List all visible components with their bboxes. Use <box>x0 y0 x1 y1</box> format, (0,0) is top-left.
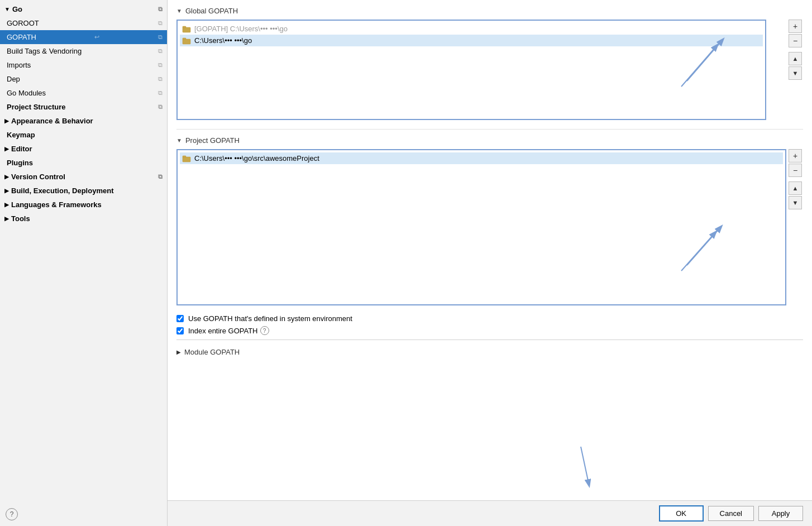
build-tags-copy-icon: ⧉ <box>158 47 163 55</box>
use-gopath-label: Use GOPATH that's defined in system envi… <box>188 314 352 323</box>
version-control-copy-icon: ⧉ <box>158 173 163 180</box>
index-gopath-label: Index entire GOPATH <box>188 327 258 335</box>
gopath-copy-icon: ↩ <box>94 34 99 41</box>
ok-button[interactable]: OK <box>659 505 704 522</box>
global-gopath-row-2[interactable]: C:\Users\••• •••\go <box>180 35 763 46</box>
cancel-button[interactable]: Cancel <box>708 506 754 521</box>
project-gopath-list[interactable]: C:\Users\••• •••\go\src\awesomeProject <box>176 149 786 305</box>
sidebar-item-appearance[interactable]: ▶ Appearance & Behavior <box>0 114 167 128</box>
sidebar-item-project-structure[interactable]: Project Structure ⧉ <box>0 100 167 114</box>
project-gopath-header: ▼ Project GOPATH <box>176 136 803 145</box>
sidebar-item-editor-label: Editor <box>11 145 32 153</box>
gopath-copy-icon2: ⧉ <box>158 34 163 41</box>
global-gopath-entry-1-text: [GOPATH] C:\Users\••• •••\go <box>194 25 288 33</box>
version-control-arrow-icon: ▶ <box>4 174 9 180</box>
sidebar-item-go-modules-label: Go Modules <box>7 89 46 97</box>
module-gopath-section[interactable]: ▶ Module GOPATH <box>176 345 803 360</box>
sidebar-item-tools-label: Tools <box>11 214 30 223</box>
folder-icon-1 <box>182 25 191 33</box>
sidebar-item-version-control[interactable]: ▶ Version Control ⧉ <box>0 170 167 184</box>
main-scroll-area: ▼ Global GOPATH <box>168 0 812 500</box>
project-gopath-title: Project GOPATH <box>185 136 240 145</box>
project-gopath-section: ▼ Project GOPATH <box>176 136 803 305</box>
project-remove-button[interactable]: − <box>789 164 802 177</box>
svg-rect-5 <box>183 156 186 157</box>
sidebar-item-tools[interactable]: ▶ Tools <box>0 212 167 226</box>
sidebar-item-goroot[interactable]: GOROOT ⧉ <box>0 16 167 30</box>
module-gopath-title: Module GOPATH <box>184 348 240 356</box>
sidebar-item-languages[interactable]: ▶ Languages & Frameworks <box>0 198 167 212</box>
project-structure-copy-icon: ⧉ <box>158 103 163 111</box>
tools-arrow-icon: ▶ <box>4 216 9 222</box>
imports-copy-icon: ⧉ <box>158 61 163 69</box>
global-add-button[interactable]: + <box>789 20 802 33</box>
sidebar-item-project-structure-label: Project Structure <box>7 103 65 111</box>
sidebar-item-build-tags-label: Build Tags & Vendoring <box>7 47 82 55</box>
use-gopath-checkbox[interactable] <box>176 315 184 322</box>
svg-rect-4 <box>183 157 190 162</box>
sidebar-item-go-label: Go <box>12 5 22 13</box>
go-copy-icon: ⧉ <box>158 6 163 13</box>
module-divider <box>176 339 803 340</box>
module-gopath-expand-icon: ▶ <box>176 349 181 355</box>
sidebar-item-goroot-label: GOROOT <box>7 19 39 27</box>
sidebar-item-gopath-label: GOPATH <box>7 33 36 41</box>
folder-icon-3 <box>182 155 191 162</box>
build-execution-arrow-icon: ▶ <box>4 188 9 194</box>
global-move-up-button[interactable]: ▲ <box>789 52 802 65</box>
languages-arrow-icon: ▶ <box>4 202 9 208</box>
go-modules-copy-icon: ⧉ <box>158 89 163 97</box>
project-move-up-button[interactable]: ▲ <box>789 181 802 195</box>
appearance-arrow-icon: ▶ <box>4 118 9 124</box>
go-arrow-icon: ▼ <box>4 6 10 12</box>
main-panel: ▼ Global GOPATH <box>168 0 812 526</box>
global-gopath-list[interactable]: [GOPATH] C:\Users\••• •••\go <box>176 20 766 120</box>
sidebar-item-languages-label: Languages & Frameworks <box>11 200 102 209</box>
sidebar-item-build-execution-label: Build, Execution, Deployment <box>11 187 113 195</box>
folder-icon-2 <box>182 37 191 45</box>
sidebar-item-imports-label: Imports <box>7 61 31 69</box>
global-move-down-button[interactable]: ▼ <box>789 66 802 80</box>
sidebar-item-dep[interactable]: Dep ⧉ <box>0 72 167 86</box>
svg-rect-3 <box>183 38 186 40</box>
sidebar-item-keymap[interactable]: Keymap <box>0 128 167 142</box>
sidebar-item-editor[interactable]: ▶ Editor <box>0 142 167 156</box>
dep-copy-icon: ⧉ <box>158 75 163 83</box>
sidebar-item-build-execution[interactable]: ▶ Build, Execution, Deployment <box>0 184 167 198</box>
project-gopath-collapse-icon[interactable]: ▼ <box>176 137 182 144</box>
index-gopath-row: Index entire GOPATH ? <box>176 326 803 335</box>
sidebar-item-build-tags[interactable]: Build Tags & Vendoring ⧉ <box>0 44 167 58</box>
sidebar-item-version-control-label: Version Control <box>11 173 65 181</box>
apply-button[interactable]: Apply <box>758 506 803 521</box>
project-gopath-entry-1-text: C:\Users\••• •••\go\src\awesomeProject <box>194 154 319 162</box>
svg-rect-0 <box>183 27 190 32</box>
global-remove-button[interactable]: − <box>789 34 802 47</box>
index-gopath-checkbox[interactable] <box>176 327 184 334</box>
project-gopath-row-1[interactable]: C:\Users\••• •••\go\src\awesomeProject <box>180 152 783 164</box>
sidebar-item-dep-label: Dep <box>7 75 20 83</box>
settings-sidebar: ▼ Go ⧉ GOROOT ⧉ GOPATH ↩ ⧉ Build Tags & … <box>0 0 168 526</box>
global-gopath-section: ▼ Global GOPATH <box>176 7 803 120</box>
sidebar-item-go[interactable]: ▼ Go ⧉ <box>0 2 167 16</box>
help-button[interactable]: ? <box>6 508 18 520</box>
sidebar-item-keymap-label: Keymap <box>7 131 35 139</box>
dialog-footer: OK Cancel Apply <box>168 500 812 526</box>
global-gopath-collapse-icon[interactable]: ▼ <box>176 8 182 14</box>
project-move-down-button[interactable]: ▼ <box>789 196 802 209</box>
sidebar-item-go-modules[interactable]: Go Modules ⧉ <box>0 86 167 100</box>
use-gopath-row: Use GOPATH that's defined in system envi… <box>176 314 803 323</box>
svg-rect-2 <box>183 39 190 44</box>
sidebar-item-gopath[interactable]: GOPATH ↩ ⧉ <box>0 30 167 44</box>
svg-rect-1 <box>183 26 186 28</box>
sidebar-item-imports[interactable]: Imports ⧉ <box>0 58 167 72</box>
project-add-button[interactable]: + <box>789 149 802 162</box>
sidebar-item-plugins[interactable]: Plugins <box>0 156 167 170</box>
global-gopath-header: ▼ Global GOPATH <box>176 7 803 15</box>
editor-arrow-icon: ▶ <box>4 146 9 152</box>
global-gopath-row-1[interactable]: [GOPATH] C:\Users\••• •••\go <box>180 23 763 35</box>
sidebar-item-appearance-label: Appearance & Behavior <box>11 117 93 125</box>
index-gopath-help-icon[interactable]: ? <box>260 326 269 335</box>
sidebar-item-plugins-label: Plugins <box>7 159 33 167</box>
global-gopath-title: Global GOPATH <box>185 7 238 15</box>
section-divider-1 <box>176 129 803 130</box>
